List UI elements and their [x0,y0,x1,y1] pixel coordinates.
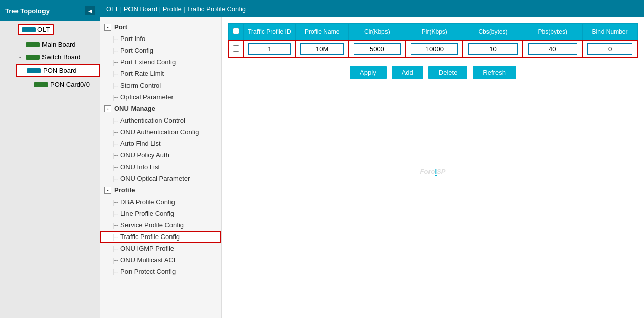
olt-label: OLT [37,26,50,33]
onu-manage-section-label: ONU Manage [114,105,155,112]
onu-policy-auth-label: ONU Policy Auth [120,151,169,159]
line-profile-label: Line Profile Config [120,210,174,217]
sidebar-collapse-button[interactable]: ◄ [85,6,95,15]
input-bind-number[interactable] [587,43,632,55]
bullet-line: |-- [112,210,118,217]
nav-item-auth-control[interactable]: |-- Authentication Control [100,114,221,126]
content-area: - Port |-- Port Info |-- Port Config |--… [100,17,644,318]
bullet-onu-auth: |-- [112,128,118,136]
nav-item-port-extend-config[interactable]: |-- Port Extend Config [100,56,221,68]
olt-button[interactable]: OLT [18,24,54,35]
nav-item-onu-info-list[interactable]: |-- ONU Info List [100,161,221,173]
th-cir-kbps: Cir(Kbps) [349,24,406,41]
add-button[interactable]: Add [392,66,423,80]
input-traffic-profile-id[interactable] [248,43,291,55]
port-info-label: Port Info [120,35,145,43]
table-row [228,41,637,57]
nav-item-port-rate-limit[interactable]: |-- Port Rate Limit [100,68,221,80]
nav-item-dba-profile[interactable]: |-- DBA Profile Config [100,196,221,208]
cell-pir-kbps [406,41,463,57]
nav-item-auto-find-list[interactable]: |-- Auto Find List [100,138,221,149]
tree-node-olt: - OLT [0,21,100,38]
tree-node-switch-board: - Switch Board [0,51,100,63]
bullet-auto-find: |-- [112,140,118,147]
sidebar-header: Tree Topology ◄ [0,0,100,21]
watermark: ForoISP [420,157,446,178]
row-checkbox[interactable] [233,45,239,52]
nav-item-port-info[interactable]: |-- Port Info [100,33,221,45]
cell-traffic-profile-id [243,41,296,57]
onu-optical-param-label: ONU Optical Parameter [120,175,190,182]
th-traffic-profile-id: Traffic Profile ID [243,24,296,41]
nav-item-line-profile[interactable]: |-- Line Profile Config [100,208,221,219]
port-config-label: Port Config [120,47,153,54]
profile-section-label: Profile [114,186,135,194]
nav-item-pon-protect-config[interactable]: |-- Pon Protect Config [100,266,221,277]
nav-item-service-profile[interactable]: |-- Service Profile Config [100,219,221,231]
watermark-prefix: Foro [420,168,435,175]
nav-item-port-config[interactable]: |-- Port Config [100,45,221,56]
tree-item-olt[interactable]: - OLT [8,22,100,37]
switch-board-label: Switch Board [42,53,81,61]
profile-section-toggle[interactable]: - [104,187,111,194]
auth-control-label: Authentication Control [120,116,185,124]
bullet-onu-info: |-- [112,163,118,171]
pon-card-device-icon [34,82,48,87]
input-cbs-bytes[interactable] [468,43,518,55]
bullet-port-config: |-- [112,47,118,54]
storm-control-label: Storm Control [120,82,161,89]
onu-manage-section-toggle[interactable]: - [104,105,111,112]
cell-cir-kbps [349,41,406,57]
delete-button[interactable]: Delete [428,66,468,80]
apply-button[interactable]: Apply [350,66,387,80]
expand-icon-olt: - [11,27,16,32]
tree-item-switch-board[interactable]: - Switch Board [16,52,100,62]
olt-device-icon [22,27,36,32]
tree-item-main-board[interactable]: - Main Board [16,39,100,50]
th-pbs-bytes: Pbs(bytes) [523,24,582,41]
onu-igmp-profile-label: ONU IGMP Profile [120,245,174,252]
nav-item-optical-parameter[interactable]: |-- Optical Parameter [100,91,221,103]
port-extend-config-label: Port Extend Config [120,58,176,66]
nav-section-onu-manage[interactable]: - ONU Manage [100,103,221,114]
input-profile-name[interactable] [300,43,343,55]
bullet-service: |-- [112,221,118,229]
nav-item-onu-multicast-acl[interactable]: |-- ONU Multicast ACL [100,254,221,266]
nav-item-onu-optical-param[interactable]: |-- ONU Optical Parameter [100,173,221,184]
input-pir-kbps[interactable] [411,43,458,55]
nav-item-onu-igmp-profile[interactable]: |-- ONU IGMP Profile [100,243,221,254]
bullet-port-info: |-- [112,35,118,43]
service-profile-label: Service Profile Config [120,221,184,229]
th-pir-kbps: Pir(Kbps) [406,24,463,41]
onu-auth-config-label: ONU Authentication Config [120,128,199,136]
tree-item-pon-board[interactable]: - PON Board [16,64,100,77]
input-cir-kbps[interactable] [354,43,401,55]
header-checkbox[interactable] [233,28,239,34]
nav-section-profile[interactable]: - Profile [100,184,221,196]
nav-section-port[interactable]: - Port [100,21,221,33]
main-panel: OLT | PON Board | Profile | Traffic Prof… [100,0,644,318]
nav-item-traffic-profile[interactable]: |-- Traffic Profile Config [100,231,221,243]
action-buttons: Apply Add Delete Refresh [228,66,638,80]
profile-section-items: |-- DBA Profile Config |-- Line Profile … [100,196,221,277]
nav-item-onu-auth-config[interactable]: |-- ONU Authentication Config [100,126,221,138]
port-section-items: |-- Port Info |-- Port Config |-- Port E… [100,33,221,103]
refresh-button[interactable]: Refresh [473,66,516,80]
input-pbs-bytes[interactable] [528,43,577,55]
tree-node-main-board: - Main Board [0,38,100,51]
nav-item-storm-control[interactable]: |-- Storm Control [100,80,221,91]
left-nav: - Port |-- Port Info |-- Port Config |--… [100,17,222,318]
right-panel: ForoISP Traffic Profile ID Profile Name … [222,17,644,318]
cell-pbs-bytes [523,41,582,57]
tree-node-pon-board: - PON Board [0,63,100,78]
optical-parameter-label: Optical Parameter [120,93,174,101]
bullet-storm: |-- [112,82,118,89]
onu-manage-section-items: |-- Authentication Control |-- ONU Authe… [100,114,221,184]
row-checkbox-cell [228,41,243,57]
onu-info-list-label: ONU Info List [120,163,160,171]
port-section-toggle[interactable]: - [104,24,111,31]
cell-bind-number [582,41,637,57]
th-bind-number: Bind Number [582,24,637,41]
tree-item-pon-card[interactable]: PON Card0/0 [24,79,100,90]
nav-item-onu-policy-auth[interactable]: |-- ONU Policy Auth [100,149,221,161]
